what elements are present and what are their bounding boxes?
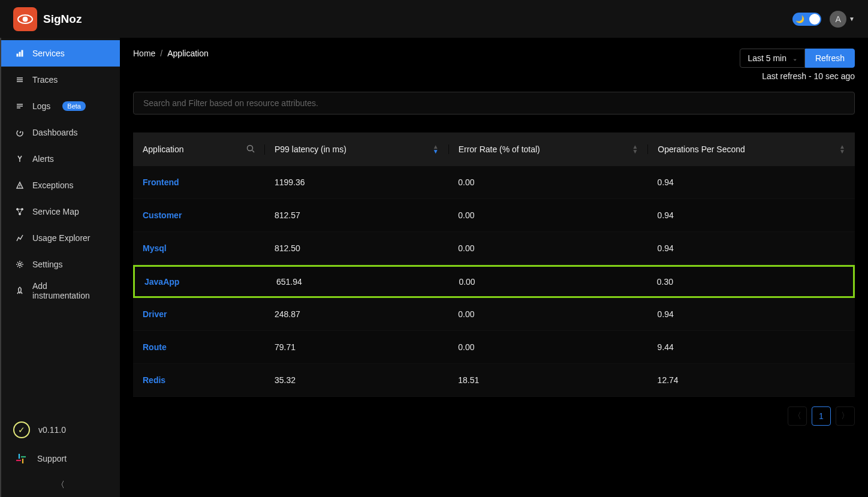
- sidebar-item-label: Add instrumentation: [32, 281, 106, 300]
- col-application[interactable]: Application: [133, 144, 265, 155]
- moon-icon: 🌙: [795, 15, 804, 23]
- theme-toggle[interactable]: 🌙: [792, 13, 821, 26]
- col-ops[interactable]: Operations Per Second ▲▼: [648, 144, 855, 154]
- settings-icon: [16, 260, 24, 269]
- version-label: v0.11.0: [38, 425, 66, 435]
- sidebar-item-label: Dashboards: [32, 128, 78, 137]
- sidebar-item-logs[interactable]: LogsBeta: [1, 93, 120, 119]
- cell-ops: 0.30: [647, 277, 853, 287]
- svg-point-9: [19, 263, 21, 266]
- cell-app: Driver: [133, 309, 265, 319]
- applications-table: Application P99 latency (in ms) ▲▼ Error…: [133, 132, 855, 397]
- table-header: Application P99 latency (in ms) ▲▼ Error…: [133, 132, 855, 166]
- table-row: Customer812.570.000.94: [133, 199, 855, 232]
- breadcrumb-current: Application: [167, 49, 209, 58]
- last-refresh-text: Last refresh - 10 sec ago: [762, 71, 855, 81]
- cell-err: 0.00: [448, 342, 647, 352]
- app-link[interactable]: Driver: [143, 309, 167, 319]
- sidebar-collapse[interactable]: 〈: [1, 473, 120, 497]
- sidebar-item-dashboards[interactable]: Dashboards: [1, 119, 120, 146]
- breadcrumb-home[interactable]: Home: [133, 49, 155, 58]
- sidebar-item-label: Logs: [32, 101, 50, 111]
- app-link[interactable]: Mysql: [143, 243, 167, 253]
- traces-icon: [16, 76, 24, 84]
- sidebar-item-services[interactable]: Services: [1, 40, 120, 67]
- brand-logo-icon: [13, 7, 37, 31]
- app-header: SigNoz 🌙 A ▼: [0, 0, 868, 38]
- app-link[interactable]: Route: [143, 342, 167, 352]
- cell-p99: 248.87: [265, 309, 448, 319]
- sidebar-item-alerts[interactable]: Alerts: [1, 146, 120, 172]
- services-icon: [16, 49, 24, 58]
- cell-app: Route: [133, 342, 265, 352]
- page-prev[interactable]: 〈: [788, 406, 807, 426]
- alerts-icon: [16, 155, 24, 163]
- svg-point-1: [23, 17, 28, 22]
- toggle-knob: [809, 14, 820, 25]
- search-input[interactable]: [143, 98, 845, 108]
- svg-rect-3: [19, 52, 20, 56]
- breadcrumb-sep: /: [160, 49, 162, 58]
- cell-p99: 35.32: [265, 375, 448, 385]
- cell-err: 0.00: [448, 243, 647, 253]
- sidebar-item-traces[interactable]: Traces: [1, 67, 120, 93]
- sidebar-item-label: Traces: [32, 75, 58, 85]
- cell-app: Mysql: [133, 243, 265, 253]
- app-link[interactable]: JavaApp: [144, 277, 179, 287]
- servicemap-icon: [16, 207, 24, 216]
- sidebar-item-add-instrumentation[interactable]: Add instrumentation: [1, 278, 120, 304]
- sidebar-item-exceptions[interactable]: Exceptions: [1, 172, 120, 198]
- col-p99[interactable]: P99 latency (in ms) ▲▼: [265, 144, 449, 154]
- cell-app: Frontend: [133, 177, 265, 187]
- sort-icon[interactable]: ▲▼: [839, 144, 845, 154]
- chevron-left-icon: 〈: [793, 411, 801, 421]
- sort-icon[interactable]: ▲▼: [632, 144, 638, 154]
- cell-err: 18.51: [448, 375, 647, 385]
- time-range-select[interactable]: Last 5 min ⌄: [740, 49, 805, 68]
- avatar: A: [830, 11, 846, 28]
- sidebar-item-service-map[interactable]: Service Map: [1, 198, 120, 225]
- version-row[interactable]: ✓ v0.11.0: [1, 415, 120, 444]
- cell-app: Redis: [133, 375, 265, 385]
- cell-app: JavaApp: [135, 277, 267, 287]
- exceptions-icon: [16, 181, 24, 189]
- sidebar-item-label: Service Map: [32, 207, 79, 216]
- sort-icon[interactable]: ▲▼: [433, 144, 439, 154]
- sidebar-item-settings[interactable]: Settings: [1, 251, 120, 278]
- rocket-icon: [16, 287, 24, 295]
- cell-p99: 812.57: [265, 210, 448, 220]
- cell-ops: 0.94: [648, 177, 855, 187]
- support-label: Support: [37, 454, 67, 463]
- search-icon[interactable]: [246, 144, 255, 155]
- check-circle-icon: ✓: [13, 421, 30, 438]
- refresh-button[interactable]: Refresh: [805, 49, 855, 68]
- search-wrapper[interactable]: [133, 92, 855, 115]
- cell-err: 0.00: [448, 210, 647, 220]
- app-link[interactable]: Customer: [143, 210, 182, 220]
- col-error-rate[interactable]: Error Rate (% of total) ▲▼: [449, 144, 649, 154]
- user-menu[interactable]: A ▼: [830, 11, 855, 28]
- page-number[interactable]: 1: [812, 406, 831, 426]
- app-link[interactable]: Redis: [143, 375, 165, 385]
- brand-name: SigNoz: [43, 13, 82, 26]
- support-row[interactable]: Support: [1, 444, 120, 473]
- chevron-left-icon: 〈: [56, 480, 65, 490]
- logs-icon: [16, 102, 24, 110]
- brand-block[interactable]: SigNoz: [13, 7, 82, 31]
- usage-icon: [16, 234, 24, 242]
- sidebar-item-label: Exceptions: [32, 180, 73, 190]
- cell-ops: 0.94: [648, 243, 855, 253]
- sidebar: ServicesTracesLogsBetaDashboardsAlertsEx…: [0, 38, 120, 497]
- cell-app: Customer: [133, 210, 265, 220]
- cell-ops: 9.44: [648, 342, 855, 352]
- page-next[interactable]: 〉: [836, 406, 855, 426]
- svg-rect-4: [22, 50, 23, 56]
- sidebar-item-usage-explorer[interactable]: Usage Explorer: [1, 225, 120, 251]
- slack-icon: [13, 451, 29, 466]
- cell-err: 0.00: [448, 309, 647, 319]
- table-row: JavaApp651.940.000.30: [133, 265, 855, 298]
- cell-p99: 1199.36: [265, 177, 448, 187]
- sidebar-item-label: Settings: [32, 260, 63, 269]
- app-link[interactable]: Frontend: [143, 177, 179, 187]
- dashboards-icon: [16, 128, 24, 137]
